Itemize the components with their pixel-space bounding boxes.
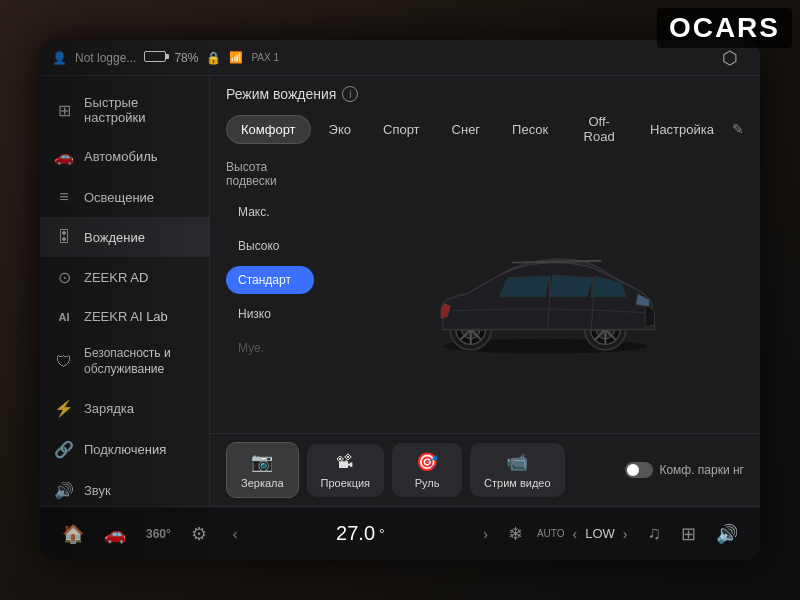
fan-auto: AUTO [537, 528, 565, 539]
sidebar-item-zeekr-ad[interactable]: ⊙ ZEEKR AD [40, 257, 209, 298]
tab-sand[interactable]: Песок [498, 116, 562, 143]
suspension-options: Макс. Высоко Стандарт Низко Муе. [226, 198, 314, 362]
suspension-high[interactable]: Высоко [226, 232, 314, 260]
suspension-panel: Высота подвески Макс. Высоко Стандарт Ни… [210, 160, 330, 433]
suspension-label: Высота подвески [226, 160, 314, 188]
car-illustration [415, 227, 675, 367]
stream-video-icon: 📹 [506, 451, 528, 473]
mirrors-label: Зеркала [241, 477, 284, 489]
sidebar-item-security[interactable]: 🛡 Безопасность и обслуживание [40, 335, 209, 388]
connectivity-icon: 🔗 [54, 440, 74, 459]
projection-icon: 📽 [336, 452, 354, 473]
sidebar-item-connectivity[interactable]: 🔗 Подключения [40, 429, 209, 470]
360-icon[interactable]: 360° [140, 523, 177, 545]
suspension-max[interactable]: Макс. [226, 198, 314, 226]
fan-increase[interactable]: › [623, 526, 628, 542]
suspension-low[interactable]: Низко [226, 300, 314, 328]
edit-icon[interactable]: ✎ [732, 121, 744, 137]
car-icon: 🚗 [54, 147, 74, 166]
sidebar-item-label: Освещение [84, 190, 154, 205]
center-icon: ⬡ [722, 47, 738, 69]
sidebar-item-label: Звук [84, 483, 111, 498]
fan-control: AUTO [537, 528, 565, 539]
stream-video-label: Стрим видео [484, 477, 551, 489]
sidebar-item-label: Подключения [84, 442, 166, 457]
tab-snow[interactable]: Снег [438, 116, 495, 143]
volume-icon[interactable]: 🔊 [710, 519, 744, 549]
drive-mode-title: Режим вождения [226, 86, 336, 102]
pax-label: PAX 1 [251, 52, 279, 63]
tab-offroad[interactable]: Off-Road [566, 108, 632, 150]
main-content: ⊞ Быстрые настройки 🚗 Автомобиль ≡ Освещ… [40, 76, 760, 506]
status-bar: 👤 Not logge... 78% 🔒 📶 PAX 1 ⬡ [40, 40, 760, 76]
lighting-icon: ≡ [54, 188, 74, 206]
car-image-area [330, 160, 760, 433]
right-panel: Режим вождения i Комфорт Эко Спорт Снег … [210, 76, 760, 506]
car-bottom-icon[interactable]: 🚗 [98, 519, 132, 549]
home-icon[interactable]: 🏠 [56, 519, 90, 549]
sidebar-item-driving[interactable]: 🎛 Вождение [40, 217, 209, 257]
projection-label: Проекция [321, 477, 370, 489]
comfort-parking-label: Комф. парки нг [659, 463, 744, 477]
sidebar-item-label: Зарядка [84, 401, 134, 416]
sidebar: ⊞ Быстрые настройки 🚗 Автомобиль ≡ Освещ… [40, 76, 210, 506]
tab-custom[interactable]: Настройка [636, 116, 728, 143]
settings-icon[interactable]: ⚙ [185, 519, 213, 549]
temp-value: 27.0 [336, 522, 375, 545]
action-mirrors[interactable]: 📷 Зеркала [226, 442, 299, 498]
fan-decrease[interactable]: ‹ [573, 526, 578, 542]
sidebar-item-label: ZEEKR AI Lab [84, 309, 168, 324]
user-icon: 👤 [52, 51, 67, 65]
sidebar-item-sound[interactable]: 🔊 Звук [40, 470, 209, 506]
temp-increase[interactable]: › [483, 526, 488, 542]
quick-actions: 📷 Зеркала 📽 Проекция 🎯 Руль 📹 Стрим виде… [210, 433, 760, 506]
suspension-ultra-low: Муе. [226, 334, 314, 362]
charging-icon: ⚡ [54, 399, 74, 418]
sidebar-item-quick-settings[interactable]: ⊞ Быстрые настройки [40, 84, 209, 136]
driving-icon: 🎛 [54, 228, 74, 246]
zeekr-ad-icon: ⊙ [54, 268, 74, 287]
fan-icon[interactable]: ❄ [502, 519, 529, 549]
comfort-parking-toggle[interactable] [625, 462, 653, 478]
tab-comfort[interactable]: Комфорт [226, 115, 311, 144]
battery-percent: 78% [174, 51, 198, 65]
battery-icon [144, 51, 166, 65]
sidebar-item-label: ZEEKR AD [84, 270, 148, 285]
sidebar-item-label: Безопасность и обслуживание [84, 346, 195, 377]
bottom-bar: 🏠 🚗 360° ⚙ ‹ 27.0 ° › ❄ AUTO ‹ LOW › ♫ ⊞… [40, 506, 760, 560]
mode-tabs: Комфорт Эко Спорт Снег Песок Off-Road На… [210, 108, 760, 160]
security-icon: 🛡 [54, 353, 74, 371]
ocars-watermark: OCARS [657, 8, 792, 48]
tab-sport[interactable]: Спорт [369, 116, 434, 143]
status-left: 👤 Not logge... 78% 🔒 📶 PAX 1 [52, 51, 712, 65]
mirrors-icon: 📷 [251, 451, 273, 473]
suspension-standard[interactable]: Стандарт [226, 266, 314, 294]
user-label: Not logge... [75, 51, 136, 65]
action-stream-video[interactable]: 📹 Стрим видео [470, 443, 565, 497]
sidebar-item-lighting[interactable]: ≡ Освещение [40, 177, 209, 217]
action-projection[interactable]: 📽 Проекция [307, 444, 384, 497]
steering-icon: 🎯 [416, 451, 438, 473]
sidebar-item-charging[interactable]: ⚡ Зарядка [40, 388, 209, 429]
tab-eco[interactable]: Эко [315, 116, 365, 143]
fan-speed: LOW [585, 526, 615, 541]
sound-icon: 🔊 [54, 481, 74, 500]
zeekr-ai-icon: AI [54, 311, 74, 323]
sidebar-item-car[interactable]: 🚗 Автомобиль [40, 136, 209, 177]
car-frame: OCARS 👤 Not logge... 78% 🔒 📶 PAX 1 ⬡ [0, 0, 800, 600]
music-icon[interactable]: ♫ [641, 519, 667, 548]
temp-unit: ° [379, 526, 385, 542]
temp-decrease[interactable]: ‹ [233, 526, 238, 542]
sidebar-item-label: Автомобиль [84, 149, 158, 164]
info-icon[interactable]: i [342, 86, 358, 102]
sidebar-item-label: Вождение [84, 230, 145, 245]
sidebar-item-zeekr-ai[interactable]: AI ZEEKR AI Lab [40, 298, 209, 335]
grid-icon[interactable]: ⊞ [675, 519, 702, 549]
main-screen: 👤 Not logge... 78% 🔒 📶 PAX 1 ⬡ ⊞ [40, 40, 760, 560]
temp-display: 27.0 ° [336, 522, 385, 545]
action-steering[interactable]: 🎯 Руль [392, 443, 462, 497]
quick-settings-icon: ⊞ [54, 101, 74, 120]
lock-icon: 🔒 [206, 51, 221, 65]
status-center: ⬡ [722, 47, 738, 69]
drive-mode-header: Режим вождения i [210, 76, 760, 108]
